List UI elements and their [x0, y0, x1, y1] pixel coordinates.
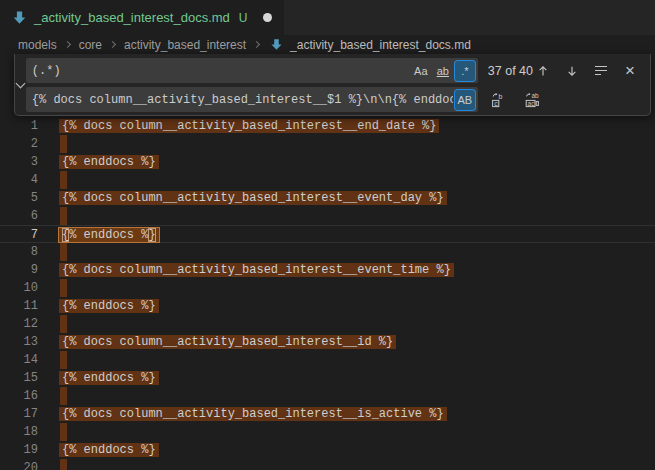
find-match-highlight: {% enddocs %}	[59, 155, 159, 169]
find-in-selection-icon[interactable]	[591, 61, 611, 81]
line-number: 4	[0, 171, 38, 189]
line-number: 18	[0, 423, 38, 441]
match-case-toggle[interactable]: Aa	[411, 61, 431, 81]
regex-toggle[interactable]: .*	[455, 61, 475, 81]
bracket-match: }	[148, 228, 155, 242]
code-area[interactable]: 1{% docs column__activity_based_interest…	[0, 54, 655, 470]
tab-filename: _activity_based_interest_docs.md	[34, 10, 230, 25]
code-line[interactable]: 1{% docs column__activity_based_interest…	[0, 117, 655, 135]
line-content	[62, 423, 67, 441]
code-line[interactable]: 7{% enddocs %}	[0, 225, 655, 243]
editor: (.*) Aa ab .* 37 of 40 ×	[0, 54, 655, 470]
code-line[interactable]: 10	[0, 279, 655, 297]
current-find-match: {% enddocs %}	[59, 228, 159, 242]
code-line[interactable]: 16	[0, 387, 655, 405]
tab-bar: _activity_based_interest_docs.md U	[0, 0, 655, 35]
breadcrumb-item-models[interactable]: models	[16, 38, 59, 52]
code-line[interactable]: 8	[0, 243, 655, 261]
svg-text:ab: ab	[531, 92, 539, 99]
code-line[interactable]: 6	[0, 207, 655, 225]
line-content: {% docs column__activity_based_interest_…	[62, 405, 444, 423]
line-content: {% docs column__activity_based_interest_…	[62, 333, 393, 351]
code-line[interactable]: 14	[0, 351, 655, 369]
breadcrumb-item-folder[interactable]: activity_based_interest	[122, 38, 248, 52]
line-number: 5	[0, 189, 38, 207]
replace-icon[interactable]: b c	[488, 90, 508, 110]
replace-input[interactable]: {% docs column__activity_based_interest_…	[26, 87, 478, 112]
breadcrumb-item-core[interactable]: core	[77, 38, 104, 52]
previous-match-icon[interactable]	[533, 61, 553, 81]
code-line[interactable]: 4	[0, 171, 655, 189]
code-line[interactable]: 9{% docs column__activity_based_interest…	[0, 261, 655, 279]
find-match-highlight: {% enddocs %}	[59, 443, 159, 457]
code-line[interactable]: 3{% enddocs %}	[0, 153, 655, 171]
find-match-highlight-empty	[60, 315, 67, 333]
code-line[interactable]: 11{% enddocs %}	[0, 297, 655, 315]
line-number: 20	[0, 459, 38, 470]
chevron-right-icon	[253, 41, 260, 48]
line-number: 6	[0, 207, 38, 225]
find-match-highlight: {% docs column__activity_based_interest_…	[59, 119, 439, 133]
line-number: 16	[0, 387, 38, 405]
line-content: {% enddocs %}	[62, 369, 156, 387]
line-number: 13	[0, 333, 38, 351]
code-line[interactable]: 5{% docs column__activity_based_interest…	[0, 189, 655, 207]
code-line[interactable]: 2	[0, 135, 655, 153]
line-number: 3	[0, 153, 38, 171]
chevron-right-icon	[109, 41, 116, 48]
find-match-highlight-empty	[60, 171, 67, 189]
whole-word-toggle[interactable]: ab	[433, 61, 453, 81]
tab-activity-docs[interactable]: _activity_based_interest_docs.md U	[0, 0, 284, 35]
replace-all-icon[interactable]: ab ac	[522, 90, 542, 110]
line-content: {% enddocs %}	[62, 441, 156, 459]
chevron-down-icon	[15, 78, 25, 88]
results-count: 37 of 40	[488, 64, 533, 78]
line-number: 2	[0, 135, 38, 153]
find-match-highlight-empty	[60, 459, 67, 470]
find-replace-widget: (.*) Aa ab .* 37 of 40 ×	[14, 54, 651, 116]
markdown-icon	[270, 38, 283, 51]
line-content: {% enddocs %}	[62, 297, 156, 315]
find-match-highlight: {% enddocs %}	[59, 371, 159, 385]
find-input-value: (.*)	[32, 64, 409, 78]
line-number: 14	[0, 351, 38, 369]
line-content	[62, 243, 67, 261]
find-match-highlight: {% enddocs %}	[59, 299, 159, 313]
replace-row: {% docs column__activity_based_interest_…	[26, 87, 644, 112]
code-line[interactable]: 17{% docs column__activity_based_interes…	[0, 405, 655, 423]
line-content: {% docs column__activity_based_interest_…	[62, 189, 444, 207]
code-line[interactable]: 19{% enddocs %}	[0, 441, 655, 459]
code-line[interactable]: 12	[0, 315, 655, 333]
line-number: 7	[0, 226, 38, 242]
next-match-icon[interactable]	[562, 61, 582, 81]
preserve-case-toggle[interactable]: AB	[455, 90, 475, 110]
find-match-highlight: {% docs column__activity_based_interest_…	[59, 335, 396, 349]
code-line[interactable]: 13{% docs column__activity_based_interes…	[0, 333, 655, 351]
find-match-highlight-empty	[60, 135, 67, 153]
toggle-replace-button[interactable]	[15, 58, 26, 111]
find-input[interactable]: (.*) Aa ab .*	[26, 58, 478, 83]
find-match-highlight-empty	[60, 207, 67, 225]
line-number: 8	[0, 243, 38, 261]
close-icon[interactable]: ×	[620, 61, 640, 81]
line-number: 9	[0, 261, 38, 279]
code-line[interactable]: 20	[0, 459, 655, 470]
chevron-right-icon	[64, 41, 71, 48]
code-line[interactable]: 18	[0, 423, 655, 441]
code-line[interactable]: 15{% enddocs %}	[0, 369, 655, 387]
breadcrumb-item-file[interactable]: _activity_based_interest_docs.md	[288, 38, 473, 52]
line-content	[62, 387, 67, 405]
find-match-highlight-empty	[60, 279, 67, 297]
find-match-highlight-empty	[60, 243, 67, 261]
breadcrumb: models core activity_based_interest _act…	[0, 35, 655, 54]
line-number: 12	[0, 315, 38, 333]
modified-dot-icon[interactable]	[263, 13, 272, 22]
find-match-highlight: {% docs column__activity_based_interest_…	[59, 407, 447, 421]
find-row: (.*) Aa ab .* 37 of 40 ×	[26, 58, 644, 83]
line-number: 19	[0, 441, 38, 459]
line-content: {% docs column__activity_based_interest_…	[62, 261, 451, 279]
line-number: 1	[0, 117, 38, 135]
line-content	[62, 279, 67, 297]
line-content	[62, 351, 67, 369]
find-match-highlight-empty	[60, 423, 67, 441]
